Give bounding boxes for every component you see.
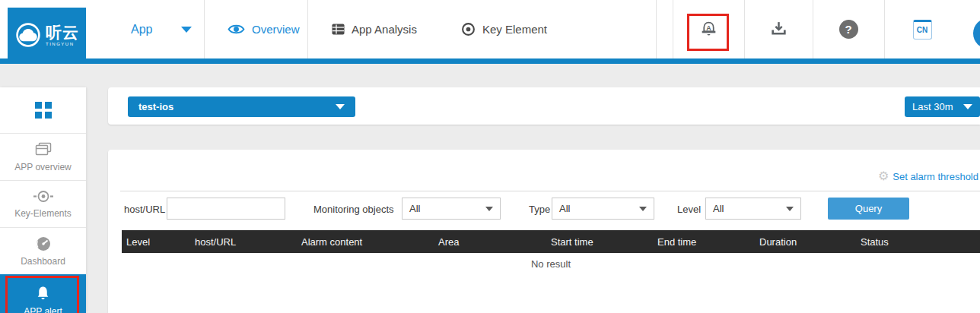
cn-language-badge: CN: [913, 20, 932, 40]
brand-name-zh: 听云: [46, 25, 79, 40]
time-range-dropdown[interactable]: Last 30m: [905, 96, 980, 117]
sidebar: APP overview Key-Elements Dashboard: [0, 87, 86, 313]
alarm-bell-icon: A: [698, 19, 719, 40]
type-select[interactable]: All: [552, 198, 654, 220]
level-select[interactable]: All: [705, 198, 801, 220]
monitoring-objects-select[interactable]: All: [402, 198, 501, 220]
help-button[interactable]: ?: [813, 0, 884, 58]
column-header-level: Level: [122, 236, 190, 248]
toolbar-card: test-ios Last 30m: [108, 87, 980, 125]
user-avatar[interactable]: [973, 18, 980, 49]
content-card: ⚙ Set alarm threshold host/URL Monitorin…: [108, 150, 980, 313]
level-label: Level: [677, 204, 701, 215]
app-selector-dropdown[interactable]: test-ios: [128, 96, 355, 117]
sidebar-item-label: Dashboard: [21, 256, 65, 267]
header-accent-bar: [0, 58, 980, 64]
chevron-down-icon: [181, 27, 192, 33]
apps-grid-button[interactable]: [0, 87, 86, 133]
sidebar-item-app-overview[interactable]: APP overview: [0, 133, 86, 180]
cloud-logo-icon: [14, 22, 42, 49]
column-header-duration: Duration: [755, 236, 856, 248]
screen: 听云 TINGYUN App Overview: [0, 0, 980, 313]
sidebar-item-label: Key-Elements: [14, 208, 72, 219]
type-value: All: [559, 203, 570, 214]
top-header: 听云 TINGYUN App Overview: [0, 0, 980, 64]
download-button[interactable]: [744, 0, 813, 58]
brand-name-en: TINGYUN: [46, 42, 79, 46]
app-selector-value: test-ios: [138, 101, 173, 112]
help-icon: ?: [839, 20, 858, 39]
host-url-label: host/URL: [124, 204, 165, 215]
chevron-down-icon: [963, 104, 972, 109]
chevron-down-icon: [336, 104, 345, 109]
column-header-end-time: End time: [653, 236, 755, 248]
eye-icon: [228, 23, 245, 36]
overlapping-windows-icon: [35, 142, 52, 157]
bell-icon: [35, 286, 51, 302]
table-icon: [332, 24, 345, 35]
header-divider: [204, 0, 205, 58]
chevron-down-icon: [786, 207, 794, 211]
card-divider: [120, 191, 980, 191]
tab-app-analysis[interactable]: App Analysis: [332, 0, 417, 58]
set-alarm-threshold-label: Set alarm threshold: [892, 171, 978, 182]
chevron-down-icon: [485, 207, 493, 211]
set-alarm-threshold-link[interactable]: ⚙ Set alarm threshold: [878, 170, 978, 182]
sidebar-item-label: APP alert: [24, 306, 62, 313]
monitoring-objects-value: All: [409, 203, 420, 214]
column-header-status: Status: [856, 236, 980, 248]
tab-key-element-label: Key Element: [482, 23, 547, 36]
gear-icon: ⚙: [878, 170, 889, 182]
target-scope-icon: [33, 189, 54, 204]
header-divider: [656, 0, 657, 58]
sidebar-item-key-elements[interactable]: Key-Elements: [0, 180, 86, 227]
type-label: Type: [529, 204, 550, 215]
sidebar-item-dashboard[interactable]: Dashboard: [0, 227, 86, 274]
query-button[interactable]: Query: [828, 198, 909, 220]
sidebar-item-app-alert[interactable]: APP alert: [0, 274, 86, 313]
tab-app-analysis-label: App Analysis: [352, 23, 417, 36]
column-header-host-url: host/URL: [190, 236, 297, 248]
target-icon: [461, 22, 476, 36]
column-header-alarm-content: Alarm content: [297, 236, 434, 248]
alarm-bell-button[interactable]: A: [673, 0, 744, 58]
app-menu-label: App: [131, 23, 152, 36]
sidebar-item-label: APP overview: [14, 162, 71, 172]
download-icon: [769, 20, 788, 39]
host-url-input[interactable]: [167, 198, 285, 220]
monitoring-objects-label: Monitoring objects: [313, 204, 394, 215]
tab-overview[interactable]: Overview: [228, 0, 300, 58]
empty-state-text: No result: [122, 258, 980, 270]
grid-icon: [35, 102, 52, 119]
column-header-area: Area: [434, 236, 546, 248]
svg-text:A: A: [706, 24, 711, 32]
chevron-down-icon: [639, 207, 647, 211]
time-range-value: Last 30m: [912, 101, 953, 112]
app-menu-dropdown[interactable]: App: [131, 0, 192, 58]
tab-overview-label: Overview: [252, 23, 300, 36]
tab-key-element[interactable]: Key Element: [461, 0, 547, 58]
level-value: All: [713, 203, 724, 214]
column-header-start-time: Start time: [546, 236, 653, 248]
gauge-icon: [35, 236, 52, 251]
language-switch[interactable]: CN: [884, 0, 960, 58]
table-header-row: Level host/URL Alarm content Area Start …: [122, 230, 980, 253]
header-divider: [307, 0, 308, 58]
brand-logo[interactable]: 听云 TINGYUN: [8, 8, 86, 64]
